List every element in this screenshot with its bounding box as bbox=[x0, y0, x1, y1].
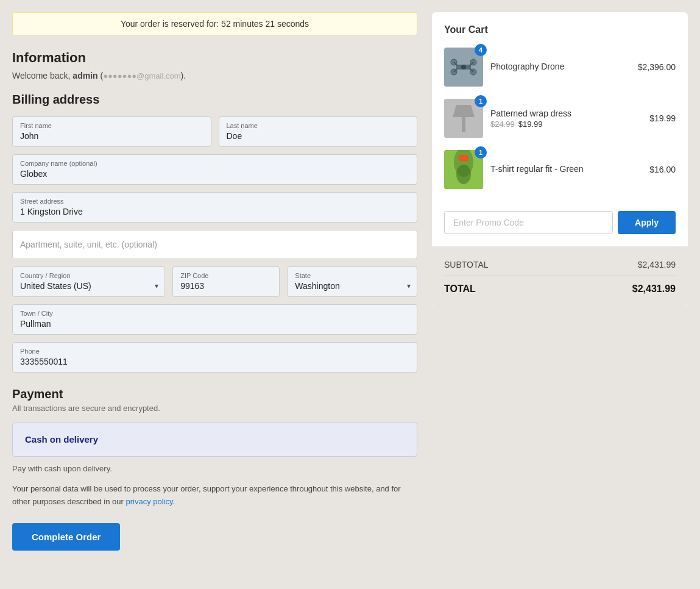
cart-item-drone: 4 Photography Drone $2,396.00 bbox=[444, 48, 676, 87]
billing-title: Billing address bbox=[12, 93, 417, 107]
subtotal-value: $2,431.99 bbox=[638, 260, 676, 270]
dress-badge: 1 bbox=[475, 95, 487, 107]
first-name-input[interactable] bbox=[20, 131, 203, 141]
apt-input[interactable] bbox=[20, 240, 409, 249]
street-input[interactable] bbox=[20, 207, 409, 216]
zip-field[interactable]: ZIP Code bbox=[172, 266, 280, 297]
country-select[interactable]: United States (US) bbox=[20, 281, 157, 291]
complete-order-button[interactable]: Complete Order bbox=[12, 523, 120, 551]
welcome-prefix: Welcome back, bbox=[12, 71, 72, 80]
last-name-label: Last name bbox=[227, 122, 410, 129]
dress-price-row: $24.99 $19.99 bbox=[490, 120, 642, 129]
promo-input[interactable] bbox=[444, 211, 613, 234]
promo-row: Apply bbox=[444, 201, 676, 234]
subtotal-label: SUBTOTAL bbox=[444, 260, 489, 270]
dress-name: Patterned wrap dress bbox=[490, 109, 642, 118]
phone-label: Phone bbox=[20, 348, 409, 355]
subtotal-row: SUBTOTAL $2,431.99 bbox=[444, 256, 676, 273]
total-label: TOTAL bbox=[444, 284, 476, 294]
cart-item-tshirt: 1 T-shirt regular fit - Green $16.00 bbox=[444, 150, 676, 189]
street-field[interactable]: Street address bbox=[12, 192, 417, 223]
privacy-text: Your personal data will be used to proce… bbox=[12, 483, 417, 509]
city-field[interactable]: Town / City bbox=[12, 304, 417, 335]
svg-point-15 bbox=[456, 165, 471, 184]
drone-name: Photography Drone bbox=[490, 62, 631, 71]
city-label: Town / City bbox=[20, 310, 409, 317]
country-label: Country / Region bbox=[20, 272, 157, 279]
payment-title: Payment bbox=[12, 387, 417, 401]
first-name-label: First name bbox=[20, 122, 203, 129]
apt-field[interactable] bbox=[12, 230, 417, 259]
phone-field[interactable]: Phone bbox=[12, 342, 417, 373]
company-input[interactable] bbox=[20, 169, 409, 179]
total-value: $2,431.99 bbox=[632, 284, 676, 294]
tshirt-badge: 1 bbox=[475, 146, 487, 159]
dress-info: Patterned wrap dress $24.99 $19.99 bbox=[490, 109, 642, 129]
drone-price: $2,396.00 bbox=[638, 62, 676, 72]
welcome-text: Welcome back, admin (●●●●●●●@gmail.com). bbox=[12, 71, 417, 80]
payment-subtitle: All transactions are secure and encrypte… bbox=[12, 404, 417, 413]
privacy-link[interactable]: privacy policy bbox=[126, 497, 172, 506]
drone-info: Photography Drone bbox=[490, 62, 631, 73]
svg-point-10 bbox=[461, 65, 466, 70]
location-row: Country / Region United States (US) ▾ ZI… bbox=[12, 266, 417, 297]
last-name-input[interactable] bbox=[227, 131, 410, 141]
state-label: State bbox=[295, 272, 409, 279]
company-field[interactable]: Company name (optional) bbox=[12, 154, 417, 185]
total-row: TOTAL $2,431.99 bbox=[444, 276, 676, 298]
dress-sale-price: $19.99 bbox=[518, 120, 543, 129]
city-input[interactable] bbox=[20, 319, 409, 329]
cash-description: Pay with cash upon delivery. bbox=[12, 464, 417, 473]
cart-item-dress: 1 Patterned wrap dress $24.99 $19.99 $19… bbox=[444, 99, 676, 138]
info-section-title: Information bbox=[12, 50, 417, 66]
tshirt-img-wrap: 1 bbox=[444, 150, 483, 189]
totals-section: SUBTOTAL $2,431.99 TOTAL $2,431.99 bbox=[432, 246, 688, 308]
first-name-field[interactable]: First name bbox=[12, 116, 211, 147]
timer-text: Your order is reserved for: 52 minutes 2… bbox=[121, 19, 309, 29]
street-label: Street address bbox=[20, 198, 409, 205]
state-field[interactable]: State Washington ▾ bbox=[287, 266, 417, 297]
apply-button[interactable]: Apply bbox=[618, 211, 676, 234]
tshirt-name: T-shirt regular fit - Green bbox=[490, 164, 642, 174]
cart-title: Your Cart bbox=[444, 24, 676, 35]
privacy-prefix: Your personal data will be used to proce… bbox=[12, 484, 401, 506]
tshirt-info: T-shirt regular fit - Green bbox=[490, 164, 642, 175]
svg-rect-16 bbox=[459, 155, 468, 161]
zip-input[interactable] bbox=[180, 281, 272, 291]
cart-card: Your Cart bbox=[432, 12, 688, 308]
tshirt-price: $16.00 bbox=[649, 165, 676, 174]
drone-badge: 4 bbox=[475, 44, 487, 56]
company-label: Company name (optional) bbox=[20, 160, 409, 167]
left-panel: Your order is reserved for: 52 minutes 2… bbox=[12, 12, 417, 551]
zip-label: ZIP Code bbox=[180, 272, 272, 279]
privacy-end: . bbox=[173, 497, 175, 506]
last-name-field[interactable]: Last name bbox=[219, 116, 418, 147]
email-suffix: . bbox=[183, 71, 186, 80]
email-blurred: ●●●●●●●@gmail.com bbox=[103, 71, 180, 80]
right-panel: Your Cart bbox=[432, 12, 688, 308]
country-field[interactable]: Country / Region United States (US) ▾ bbox=[12, 266, 165, 297]
state-select[interactable]: Washington bbox=[295, 281, 409, 291]
dress-original-price: $24.99 bbox=[490, 120, 515, 129]
cart-inner: Your Cart bbox=[432, 12, 688, 246]
dress-img-wrap: 1 bbox=[444, 99, 483, 138]
admin-label: admin bbox=[72, 71, 97, 80]
payment-option-cash[interactable]: Cash on delivery bbox=[12, 423, 417, 457]
payment-option-label: Cash on delivery bbox=[25, 434, 98, 444]
drone-img-wrap: 4 bbox=[444, 48, 483, 87]
timer-banner: Your order is reserved for: 52 minutes 2… bbox=[12, 12, 417, 35]
name-row: First name Last name bbox=[12, 116, 417, 147]
dress-price: $19.99 bbox=[649, 113, 676, 123]
phone-input[interactable] bbox=[20, 357, 409, 366]
